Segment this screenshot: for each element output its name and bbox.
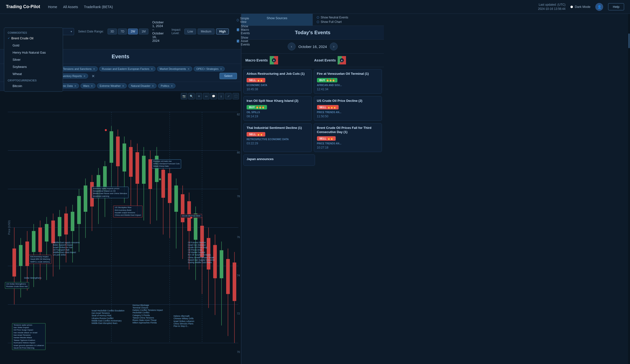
signal-badge: SELL 🔥🔥: [317, 136, 336, 141]
view-options: Simple View ✓ Show Macro Events ✓ Show A…: [237, 17, 250, 46]
event-time: 10:27:18: [317, 146, 379, 149]
event-card-us-crude-decline[interactable]: US Crude Oil Price Decline (2) SELL 🔥🔥🔥 …: [314, 96, 382, 121]
download-tool[interactable]: ⤓: [218, 93, 224, 99]
help-button[interactable]: Help: [608, 3, 624, 10]
main-nav: Home All Assets TradeRank (BETA): [48, 5, 113, 9]
events-row-2: Iran Oil Spill Near Kharg Island (2) BUY…: [244, 96, 382, 121]
show-full-chart-opt[interactable]: Show Full Chart: [317, 20, 380, 24]
tag-close-economic-data[interactable]: ✕: [74, 85, 76, 87]
tag-close-natural-disaster[interactable]: ✕: [152, 85, 154, 87]
comment-tool[interactable]: 💬: [210, 93, 217, 99]
date-range-buttons: 3D 7D 2W 1M: [108, 28, 148, 34]
fullscreen-tool[interactable]: ⛶: [232, 93, 239, 99]
next-date-button[interactable]: ›: [330, 42, 338, 50]
events-column-headers: Macro Events 5 Asset Events 6: [242, 54, 384, 67]
events-list[interactable]: Airbus Restructuring and Job Cuts (1) SE…: [242, 67, 384, 364]
nav-home[interactable]: Home: [48, 5, 57, 9]
flame-icons: 🔥🔥: [257, 133, 263, 135]
svg-rect-52: [155, 156, 159, 182]
sources-bar: Show Sources Show Neutral Events Show Fu…: [242, 14, 384, 26]
impact-medium[interactable]: Medium: [198, 28, 214, 34]
svg-rect-26: [71, 212, 74, 231]
dropdown-brent-crude[interactable]: ✓ Brent Crude Oil: [4, 35, 63, 42]
dropdown-soybeans[interactable]: Soybeans: [4, 63, 63, 70]
tag-close-production[interactable]: ✕: [84, 75, 86, 77]
tag-close-wars[interactable]: ✕: [91, 85, 93, 87]
flame-icons: 🔥🔥: [327, 137, 333, 140]
crosshair-tool[interactable]: ✛: [196, 93, 202, 99]
avatar: 👤: [595, 3, 603, 11]
impact-high[interactable]: High: [216, 28, 229, 34]
show-sources-btn[interactable]: Show Sources: [242, 14, 313, 25]
event-card-fire-venezuela[interactable]: Fire at Venezuelan Oil Terminal (1) BUY …: [314, 69, 382, 94]
impact-low[interactable]: Low: [184, 28, 196, 34]
scrollbar-thumb[interactable]: [628, 33, 630, 48]
dropdown-wheat[interactable]: Wheat: [4, 70, 63, 77]
dropdown-silver[interactable]: Silver: [4, 56, 63, 63]
export-tool[interactable]: ⤢: [225, 93, 232, 99]
nav-all-assets[interactable]: All Assets: [63, 5, 78, 9]
macro-events-label: Macro Events: [245, 58, 268, 62]
event-title: Thai Industrial Sentiment Decline (1): [246, 126, 308, 130]
left-panel: Select Asset: Select Date Range: 3D 7D 2…: [0, 14, 241, 364]
date-btn-3d[interactable]: 3D: [108, 28, 117, 34]
event-card-airbus[interactable]: Airbus Restructuring and Job Cuts (1) SE…: [244, 69, 312, 94]
event-category: ECONOMIC DATA: [246, 84, 308, 87]
macro-pie-chart: 5: [270, 56, 278, 64]
show-asset-option[interactable]: ✓ Show Asset Events: [237, 36, 250, 46]
dropdown-gold[interactable]: Gold: [4, 42, 63, 49]
svg-rect-40: [116, 136, 120, 166]
date-btn-1m[interactable]: 1M: [139, 28, 148, 34]
tag-close-market-dev[interactable]: ✕: [188, 68, 190, 70]
tags-close-all[interactable]: ✕: [90, 74, 97, 78]
signal-badge: SELL 🔥🔥: [246, 78, 265, 82]
event-card-brent-fall[interactable]: Brent Crude Oil Prices Fall for Third Co…: [314, 123, 382, 152]
last-updated: Last updated: (UTC) 2024-10-16 13:56:44: [538, 3, 565, 11]
nav-traderank[interactable]: TradeRank (BETA): [84, 5, 113, 9]
date-btn-2w[interactable]: 2W: [128, 28, 138, 34]
svg-text:6: 6: [341, 59, 342, 62]
tag-close-geopolitical[interactable]: ✕: [93, 68, 95, 70]
prev-date-button[interactable]: ‹: [288, 42, 296, 50]
tag-close-extreme-weather[interactable]: ✕: [122, 85, 124, 87]
svg-rect-22: [58, 217, 62, 236]
macro-events-header: Macro Events 5: [245, 56, 311, 64]
dark-mode-toggle[interactable]: Dark Mode: [570, 5, 590, 8]
show-macro-option[interactable]: ✓ Show Macro Events: [237, 24, 250, 35]
event-card-iran-spill[interactable]: Iran Oil Spill Near Kharg Island (2) BUY…: [244, 96, 312, 121]
y-axis-label: Price (USD): [8, 220, 10, 235]
svg-text:5: 5: [274, 59, 275, 62]
dropdown-natural-gas[interactable]: Henry Hub Natural Gas: [4, 49, 63, 56]
event-category: OIL SPILLS: [246, 111, 308, 114]
signal-badge: BUY 🔥🔥🔥: [317, 78, 338, 82]
right-panel: Show Sources Show Neutral Events Show Fu…: [241, 14, 384, 364]
svg-rect-44: [129, 147, 133, 177]
svg-rect-14: [32, 231, 36, 252]
show-neutral-opt[interactable]: Show Neutral Events: [317, 16, 380, 19]
date-btn-7d[interactable]: 7D: [118, 28, 127, 34]
event-card-thai[interactable]: Thai Industrial Sentiment Decline (1) SE…: [244, 123, 312, 152]
candlestick-chart: [0, 91, 241, 364]
tag-natural-disaster: Natural Disaster ✕: [128, 83, 156, 88]
events-area: Events Price Trends and Analysis ✕ Geopo…: [0, 49, 241, 364]
tag-close-politics[interactable]: ✕: [171, 85, 173, 87]
select-tool[interactable]: ▭: [203, 93, 210, 99]
camera-tool[interactable]: 📷: [181, 93, 187, 99]
search-tool[interactable]: 🔍: [188, 93, 195, 99]
signal-badge: SELL 🔥🔥🔥: [317, 105, 338, 109]
select-tags-button[interactable]: Select: [220, 73, 237, 79]
commodities-category-label: Commodities: [4, 30, 63, 35]
dark-mode-dot: [570, 6, 573, 8]
svg-rect-54: [162, 170, 165, 198]
dropdown-bitcoin[interactable]: Bitcoin: [4, 82, 63, 89]
tag-opec: OPEC+ Strategies ✕: [194, 66, 225, 71]
tag-close-russian[interactable]: ✕: [151, 68, 153, 70]
event-card-japan[interactable]: Japan announces: [244, 154, 315, 166]
flame-icons: 🔥🔥🔥: [256, 106, 264, 108]
tag-close-opec[interactable]: ✕: [220, 68, 222, 70]
event-title: Airbus Restructuring and Job Cuts (1): [246, 72, 308, 76]
svg-rect-10: [19, 245, 23, 266]
simple-view-option[interactable]: Simple View: [237, 17, 250, 24]
svg-rect-16: [38, 228, 42, 252]
price-70: 70: [237, 351, 240, 354]
